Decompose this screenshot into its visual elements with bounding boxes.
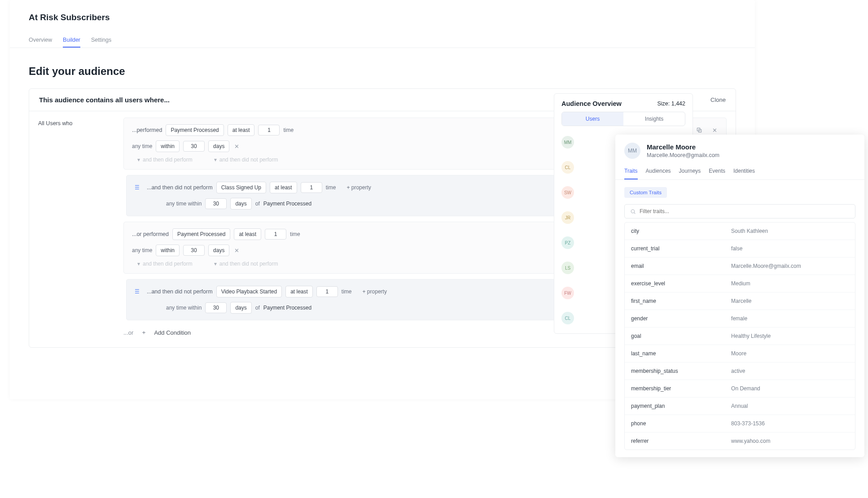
time-n-input[interactable]: 30 — [205, 302, 227, 313]
subheading: Edit your audience — [10, 48, 755, 88]
trait-row: first_nameMarcelle — [625, 293, 855, 310]
time-n-input[interactable]: 30 — [205, 198, 227, 209]
count-input[interactable]: 1 — [265, 229, 286, 240]
event-select[interactable]: Video Playback Started — [216, 286, 282, 297]
any-time-label: any time — [132, 143, 152, 149]
user-avatar[interactable]: CL — [561, 312, 574, 324]
user-avatar[interactable]: MM — [561, 136, 574, 149]
within-select[interactable]: within — [156, 245, 180, 256]
prefix-label: ...performed — [132, 127, 162, 133]
prefix-label: ...or performed — [132, 231, 169, 237]
trait-filter-input[interactable] — [640, 208, 850, 214]
trait-row: genderfemale — [625, 310, 855, 328]
within-select[interactable]: within — [156, 140, 180, 152]
trait-value: On Demand — [731, 385, 849, 392]
profile-tab-traits[interactable]: Traits — [624, 168, 638, 179]
user-avatar[interactable]: LS — [561, 262, 574, 274]
remove-time-icon[interactable]: ✕ — [233, 143, 240, 150]
user-avatar[interactable]: SW — [561, 186, 574, 199]
trait-row: goalHealthy Lifestyle — [625, 328, 855, 345]
trait-value: Moore — [731, 350, 849, 357]
or-label: ...or — [123, 329, 133, 336]
trait-value: active — [731, 368, 849, 374]
trait-key: referrer — [631, 438, 731, 444]
add-property-button[interactable]: + property — [363, 288, 387, 295]
funnel-icon: ▾ — [137, 157, 140, 163]
tab-settings[interactable]: Settings — [91, 33, 111, 48]
time-unit-select[interactable]: days — [208, 140, 229, 152]
user-avatar[interactable]: JR — [561, 211, 574, 224]
page-title: At Risk Subscribers — [29, 13, 736, 22]
svg-point-4 — [631, 210, 635, 213]
remove-time-icon[interactable]: ✕ — [233, 247, 240, 254]
user-avatar[interactable]: CL — [561, 161, 574, 174]
comparator-select[interactable]: at least — [234, 228, 261, 240]
funnel-did-not-perform[interactable]: ▾and then did not perform — [214, 261, 278, 267]
funnel-did-perform[interactable]: ▾and then did perform — [137, 157, 193, 163]
count-suffix: time — [342, 288, 352, 295]
event-select[interactable]: Payment Processed — [172, 228, 230, 240]
trait-key: first_name — [631, 298, 731, 304]
trait-row: citySouth Kathleen — [625, 223, 855, 240]
time-unit-select[interactable]: days — [208, 245, 229, 256]
trait-value: female — [731, 315, 849, 322]
trait-value: Marcelle — [731, 298, 849, 304]
trait-value: www.yahoo.com — [731, 438, 849, 444]
profile-tab-audiences[interactable]: Audiences — [646, 168, 671, 179]
time-unit-select[interactable]: days — [230, 302, 251, 314]
count-input[interactable]: 1 — [258, 125, 280, 135]
trait-key: city — [631, 228, 731, 234]
overview-tab-insights[interactable]: Insights — [623, 112, 685, 126]
comparator-select[interactable]: at least — [285, 286, 313, 297]
trait-value: Healthy Lifestyle — [731, 333, 849, 339]
profile-tab-journeys[interactable]: Journeys — [679, 168, 701, 179]
duplicate-icon[interactable] — [696, 127, 703, 134]
time-n-input[interactable]: 30 — [183, 141, 205, 152]
header-tabs: Overview Builder Settings — [10, 33, 755, 48]
add-property-button[interactable]: + property — [346, 184, 371, 191]
count-input[interactable]: 1 — [301, 182, 322, 193]
profile-tab-events[interactable]: Events — [709, 168, 725, 179]
overview-title: Audience Overview — [561, 100, 622, 107]
custom-traits-pill[interactable]: Custom Traits — [624, 187, 667, 198]
clone-button[interactable]: Clone — [710, 96, 726, 103]
funnel-did-perform[interactable]: ▾and then did perform — [137, 261, 193, 267]
funnel-icon: ☰ — [135, 184, 140, 191]
trait-row: phone803-373-1536 — [625, 415, 855, 432]
user-avatar[interactable]: FW — [561, 287, 574, 299]
count-suffix: time — [283, 127, 294, 133]
of-event: Payment Processed — [263, 201, 311, 207]
prefix-label: ...and then did not perform — [147, 288, 213, 295]
audience-where-title: This audience contains all users where..… — [39, 96, 170, 104]
comparator-select[interactable]: at least — [228, 124, 255, 136]
count-input[interactable]: 1 — [316, 286, 338, 297]
tab-overview[interactable]: Overview — [29, 33, 52, 48]
trait-value: Medium — [731, 280, 849, 287]
trait-row: current_trialfalse — [625, 240, 855, 258]
event-select[interactable]: Class Signed Up — [216, 182, 266, 193]
trait-key: current_trial — [631, 245, 731, 252]
time-unit-select[interactable]: days — [230, 198, 251, 210]
search-icon — [630, 209, 636, 214]
avatar: MM — [624, 143, 640, 159]
tab-builder[interactable]: Builder — [63, 33, 80, 48]
time-n-input[interactable]: 30 — [183, 245, 205, 256]
trait-filter-row[interactable] — [624, 204, 855, 218]
add-condition-button[interactable]: Add Condition — [154, 329, 191, 336]
close-icon[interactable]: ✕ — [711, 127, 718, 134]
trait-row: payment_planAnnual — [625, 398, 855, 415]
profile-tab-identities[interactable]: Identities — [733, 168, 755, 179]
trait-key: membership_tier — [631, 385, 731, 392]
funnel-icon: ☰ — [135, 288, 140, 295]
of-label: of — [255, 305, 260, 311]
funnel-icon: ▾ — [214, 261, 217, 267]
comparator-select[interactable]: at least — [270, 182, 297, 193]
any-time-label: any time — [132, 247, 152, 253]
funnel-did-not-perform[interactable]: ▾and then did not perform — [214, 157, 278, 163]
event-select[interactable]: Payment Processed — [166, 124, 224, 136]
user-avatar[interactable]: PZ — [561, 236, 574, 249]
all-users-label: All Users who — [29, 111, 123, 347]
trait-value: Annual — [731, 403, 849, 409]
overview-tab-users[interactable]: Users — [562, 112, 623, 126]
trait-row: last_nameMoore — [625, 345, 855, 363]
